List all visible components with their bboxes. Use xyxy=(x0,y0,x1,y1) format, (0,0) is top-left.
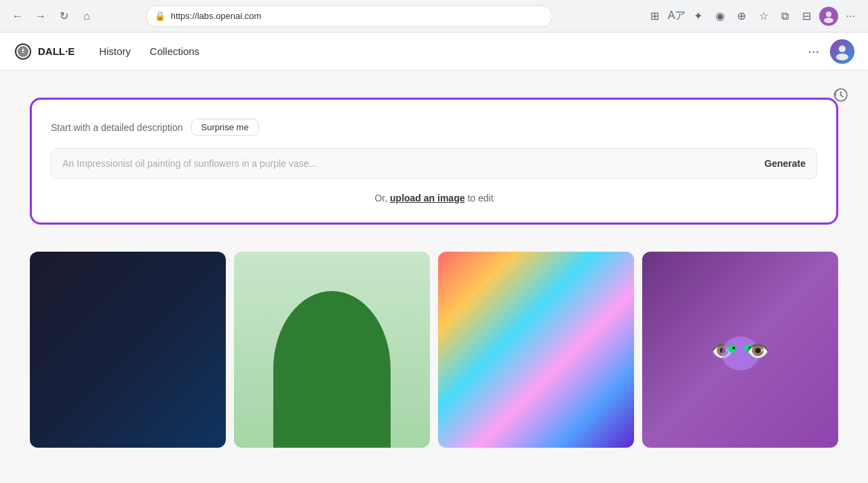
gallery-section xyxy=(14,241,854,448)
gallery-image-3 xyxy=(438,252,634,448)
svg-point-9 xyxy=(732,347,735,349)
svg-point-8 xyxy=(745,345,753,353)
url-text: https://labs.openai.com xyxy=(171,11,544,21)
browser-controls: ← → ↻ ⌂ xyxy=(8,7,96,26)
forward-button[interactable]: → xyxy=(31,7,50,26)
generator-header: Start with a detailed description Surpri… xyxy=(51,119,817,136)
browser-actions: ⊞ Aア ✦ ◉ ⊕ ☆ ⧉ ⊟ ··· xyxy=(646,7,860,26)
gallery-image-1 xyxy=(30,252,226,448)
svg-point-3 xyxy=(839,45,846,52)
lock-icon: 🔒 xyxy=(155,11,165,21)
back-button[interactable]: ← xyxy=(8,7,27,26)
gallery-image-2 xyxy=(234,252,430,448)
history-icon-button[interactable] xyxy=(830,84,852,106)
tabs-button[interactable]: ⊞ xyxy=(646,7,665,26)
upload-row: Or, upload an image to edit xyxy=(51,193,817,204)
browser-action-2[interactable]: ◉ xyxy=(711,7,730,26)
gallery-item-1[interactable] xyxy=(30,252,226,448)
appbar-more-button[interactable]: ··· xyxy=(802,41,825,62)
svg-point-6 xyxy=(722,336,760,370)
openai-logo-icon xyxy=(14,42,33,61)
upload-suffix: to edit xyxy=(467,193,493,204)
refresh-button[interactable]: ↻ xyxy=(54,7,73,26)
prompt-input[interactable] xyxy=(62,149,753,178)
surprise-me-button[interactable]: Surprise me xyxy=(191,119,259,136)
generator-section: Start with a detailed description Surpri… xyxy=(14,71,854,241)
gallery-item-4[interactable] xyxy=(642,252,838,448)
gallery-image-4 xyxy=(642,252,838,448)
generator-label: Start with a detailed description xyxy=(51,122,183,133)
app-bar-actions: ··· xyxy=(802,39,854,64)
svg-point-10 xyxy=(749,347,751,349)
generator-card: Start with a detailed description Surpri… xyxy=(30,98,838,225)
app-title: DALL·E xyxy=(38,45,75,57)
profile-button[interactable] xyxy=(819,7,838,26)
history-link[interactable]: History xyxy=(91,41,139,61)
browser-action-1[interactable]: ✦ xyxy=(689,7,708,26)
app-nav: History Collections xyxy=(91,41,208,61)
svg-point-7 xyxy=(728,345,736,353)
browser-chrome: ← → ↻ ⌂ 🔒 https://labs.openai.com ⊞ Aア ✦… xyxy=(0,0,868,33)
collections-link[interactable]: Collections xyxy=(142,41,208,61)
app-logo: DALL·E xyxy=(14,42,75,61)
browser-action-3[interactable]: ⊕ xyxy=(732,7,751,26)
browser-action-4[interactable]: ☆ xyxy=(754,7,773,26)
gallery-grid xyxy=(30,252,838,448)
browser-more-button[interactable]: ··· xyxy=(841,7,860,26)
svg-point-1 xyxy=(824,18,833,23)
svg-point-4 xyxy=(836,54,848,60)
app-bar: DALL·E History Collections ··· xyxy=(0,33,868,71)
prompt-row[interactable]: Generate xyxy=(51,148,817,179)
browser-action-5[interactable]: ⧉ xyxy=(776,7,795,26)
browser-action-6[interactable]: ⊟ xyxy=(797,7,816,26)
user-avatar-button[interactable] xyxy=(830,39,854,64)
address-bar[interactable]: 🔒 https://labs.openai.com xyxy=(146,5,553,27)
upload-prefix: Or, xyxy=(374,193,387,204)
main-content: Start with a detailed description Surpri… xyxy=(0,71,868,483)
generate-button[interactable]: Generate xyxy=(753,153,806,174)
home-button[interactable]: ⌂ xyxy=(77,7,96,26)
gallery-item-2[interactable] xyxy=(234,252,430,448)
svg-point-0 xyxy=(826,12,831,17)
gallery-item-3[interactable] xyxy=(438,252,634,448)
upload-link[interactable]: upload an image xyxy=(390,193,465,204)
translate-button[interactable]: Aア xyxy=(667,7,686,26)
